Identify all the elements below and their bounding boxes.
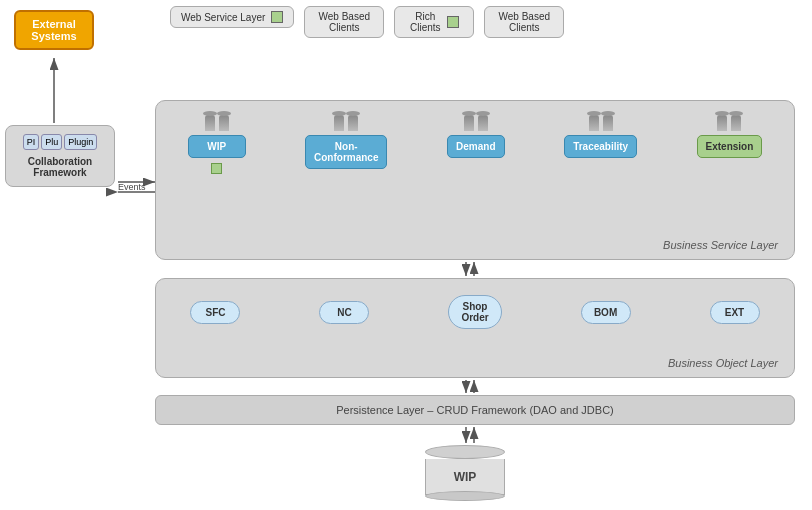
pipe-icon — [334, 115, 344, 131]
bsl-traceability-node: Traceability — [564, 115, 637, 174]
rich-clients-green-sq-icon — [447, 16, 459, 28]
pipe-icon — [205, 115, 215, 131]
external-systems-label: ExternalSystems — [31, 18, 76, 42]
persistence-layer-panel: Persistence Layer – CRUD Framework (DAO … — [155, 395, 795, 425]
legend-web-based-clients-2: Web BasedClients — [484, 6, 564, 38]
wip-box: WIP — [188, 135, 246, 158]
trace-pipes — [589, 115, 613, 131]
demand-box: Demand — [447, 135, 505, 158]
wip-database-cylinder: WIP — [425, 445, 505, 501]
legend-web-service-label: Web Service Layer — [181, 11, 283, 23]
legend-rich-clients-label: RichClients — [410, 11, 459, 33]
bol-nodes-container: SFC NC ShopOrder BOM EXT — [166, 295, 784, 329]
legend-web-based-clients-1: Web BasedClients — [304, 6, 384, 38]
plugin-plu: Plu — [41, 134, 62, 150]
pipe-icon — [219, 115, 229, 131]
nonconformance-box: Non-Conformance — [305, 135, 387, 169]
bsl-wip-node: WIP — [188, 115, 246, 174]
business-object-layer-panel: SFC NC ShopOrder BOM EXT Business Object… — [155, 278, 795, 378]
legend-rich-clients: RichClients — [394, 6, 474, 38]
demand-pipes — [464, 115, 488, 131]
bsl-nonconformance-node: Non-Conformance — [305, 115, 387, 174]
bol-layer-label: Business Object Layer — [668, 357, 778, 369]
external-systems-box: ExternalSystems — [14, 10, 94, 50]
db-body: WIP — [425, 459, 505, 495]
bol-bom-node: BOM — [581, 301, 631, 324]
legend-web-service: Web Service Layer — [170, 6, 294, 28]
pipe-icon — [589, 115, 599, 131]
collaboration-framework-box: PI Plu Plugin CollaborationFramework — [5, 125, 115, 187]
db-top-icon — [425, 445, 505, 459]
ext-pipes — [717, 115, 741, 131]
persistence-layer-label: Persistence Layer – CRUD Framework (DAO … — [336, 404, 614, 416]
pipe-icon — [478, 115, 488, 131]
traceability-box: Traceability — [564, 135, 637, 158]
green-sq-icon — [271, 11, 283, 23]
nc-pipes — [334, 115, 358, 131]
collab-framework-label: CollaborationFramework — [12, 156, 108, 178]
wip-green-sq-icon — [211, 163, 222, 174]
plugin-plugin: Plugin — [64, 134, 97, 150]
bsl-nodes-container: WIP Non-Conformance Demand Trac — [166, 115, 784, 174]
events-label: Events — [118, 182, 146, 192]
bsl-layer-label: Business Service Layer — [663, 239, 778, 251]
db-label: WIP — [454, 470, 477, 484]
pipe-icon — [717, 115, 727, 131]
pipe-icon — [348, 115, 358, 131]
plugin-pi: PI — [23, 134, 40, 150]
bsl-demand-node: Demand — [447, 115, 505, 174]
business-service-layer-panel: WIP Non-Conformance Demand Trac — [155, 100, 795, 260]
pipe-icon — [603, 115, 613, 131]
legend-web-based-clients-2-label: Web BasedClients — [499, 11, 551, 33]
legend-web-based-clients-1-label: Web BasedClients — [319, 11, 371, 33]
bsl-extension-node: Extension — [697, 115, 763, 174]
bol-sfc-node: SFC — [190, 301, 240, 324]
wip-pipes — [205, 115, 229, 131]
extension-box: Extension — [697, 135, 763, 158]
bol-shoporder-node: ShopOrder — [448, 295, 501, 329]
bol-ext-node: EXT — [710, 301, 760, 324]
pipe-icon — [464, 115, 474, 131]
db-bottom-icon — [425, 491, 505, 501]
plugin-row: PI Plu Plugin — [12, 134, 108, 150]
pipe-icon — [731, 115, 741, 131]
legend-area: Web Service Layer Web BasedClients RichC… — [170, 6, 564, 38]
bol-nc-node: NC — [319, 301, 369, 324]
